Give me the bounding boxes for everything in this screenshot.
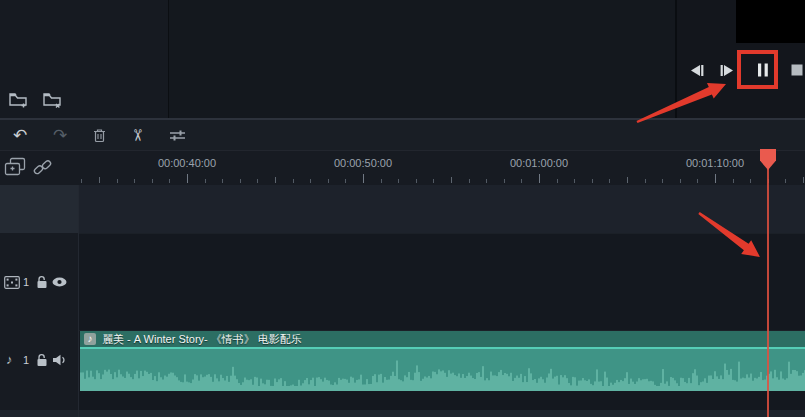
ruler-tick [275, 177, 276, 183]
ruler-tick [750, 179, 751, 183]
ruler-tick [521, 179, 522, 183]
ruler-tick [680, 179, 681, 183]
ruler-tick [169, 179, 170, 183]
stop-button[interactable] [785, 60, 805, 80]
ruler-tick [345, 179, 346, 183]
ruler-tick [609, 179, 610, 183]
audio-clip-label-bar: ♪ 麗美 - A Winter Story- 《情书》 电影配乐 [80, 331, 805, 347]
ruler-tick [117, 179, 118, 183]
ruler-tick [592, 179, 593, 183]
audio-clip[interactable]: ♪ 麗美 - A Winter Story- 《情书》 电影配乐 [80, 331, 805, 390]
redo-icon: ↷ [53, 127, 67, 144]
ruler-tick [310, 179, 311, 183]
speaker-icon[interactable] [52, 354, 67, 366]
ruler-tick [81, 179, 82, 183]
lock-icon[interactable] [36, 353, 48, 367]
delete-folder-button[interactable] [42, 90, 64, 110]
new-folder-button[interactable] [8, 90, 30, 110]
sliders-icon [169, 129, 186, 142]
ruler-tick [803, 177, 804, 183]
step-forward-icon [719, 64, 735, 77]
ruler-tick [504, 179, 505, 183]
edit-toolbar: ↶ ↷ ✂ [0, 120, 805, 150]
media-library-panel [0, 0, 168, 118]
adjust-button[interactable] [164, 120, 190, 150]
pause-highlight-box [737, 50, 778, 89]
ruler-tick [152, 179, 153, 183]
audio-waveform [80, 349, 805, 391]
ruler-timecode: 00:00:50:00 [334, 157, 392, 169]
ruler-timecode: 00:01:10:00 [686, 157, 744, 169]
ruler-tick [574, 179, 575, 183]
ruler-tick [99, 177, 100, 183]
ruler-timecode: 00:01:00:00 [510, 157, 568, 169]
folder-x-icon [42, 90, 64, 110]
ruler-tick [451, 177, 452, 183]
split-button[interactable]: ✂ [125, 120, 151, 150]
next-frame-button[interactable] [715, 60, 739, 80]
undo-icon: ↶ [13, 127, 27, 144]
lock-icon[interactable] [36, 275, 48, 289]
ruler-timecode: 00:00:40:00 [158, 157, 216, 169]
eye-icon[interactable] [52, 277, 67, 287]
ruler-tick [433, 179, 434, 183]
video-track-icon [4, 276, 20, 289]
scissors-icon: ✂ [129, 128, 148, 141]
add-track-button[interactable] [4, 157, 27, 177]
ruler-tick [398, 179, 399, 183]
ruler-tick [222, 179, 223, 183]
ruler-tick [645, 179, 646, 183]
ruler-tick [363, 174, 364, 183]
ruler-tick [134, 179, 135, 183]
ruler-tick [697, 179, 698, 183]
ruler-tick [627, 177, 628, 183]
stop-icon [791, 64, 803, 76]
track-lane-next [0, 410, 805, 417]
preview-video-area [736, 0, 805, 43]
ruler-tick [733, 179, 734, 183]
redo-button[interactable]: ↷ [47, 120, 73, 150]
ruler-tick [469, 179, 470, 183]
ruler-tick [662, 179, 663, 183]
ruler-tick [257, 179, 258, 183]
link-clips-button[interactable] [33, 159, 52, 176]
track-header-empty [0, 185, 78, 233]
ruler-tick [539, 174, 540, 183]
ruler-tick [785, 179, 786, 183]
folder-plus-icon [8, 90, 30, 110]
header-lane-divider [78, 185, 79, 417]
delete-button[interactable] [86, 120, 112, 150]
ruler-tick [187, 174, 188, 183]
video-track-header: 1 [0, 233, 78, 330]
ruler-tick [715, 174, 716, 183]
step-backward-icon [689, 64, 705, 77]
media-list-panel [169, 0, 675, 118]
ruler[interactable]: 00:00:40:0000:00:50:0000:01:00:0000:01:1… [0, 151, 805, 185]
undo-button[interactable]: ↶ [7, 120, 33, 150]
ruler-tick [328, 179, 329, 183]
playhead-line [767, 158, 769, 417]
panel-divider [168, 0, 169, 118]
ruler-tick [486, 179, 487, 183]
ruler-tick [557, 179, 558, 183]
link-icon [33, 159, 52, 176]
add-track-icon [4, 157, 27, 177]
audio-track-header: ♪ 1 [0, 330, 78, 410]
music-note-icon: ♪ [84, 333, 96, 345]
audio-track-icon: ♪ [6, 352, 13, 367]
ruler-tick [205, 179, 206, 183]
ruler-tick [416, 179, 417, 183]
video-track-number: 1 [23, 276, 29, 288]
audio-clip-title: 麗美 - A Winter Story- 《情书》 电影配乐 [102, 332, 302, 347]
ruler-tick [240, 179, 241, 183]
ruler-tick [381, 179, 382, 183]
video-track-lane [0, 233, 805, 331]
video-editor-window: ↶ ↷ ✂ [0, 0, 805, 417]
track-lane-empty [0, 185, 805, 233]
ruler-tick [293, 179, 294, 183]
audio-track-number: 1 [23, 354, 29, 366]
previous-frame-button[interactable] [685, 60, 709, 80]
trash-icon [93, 128, 106, 143]
